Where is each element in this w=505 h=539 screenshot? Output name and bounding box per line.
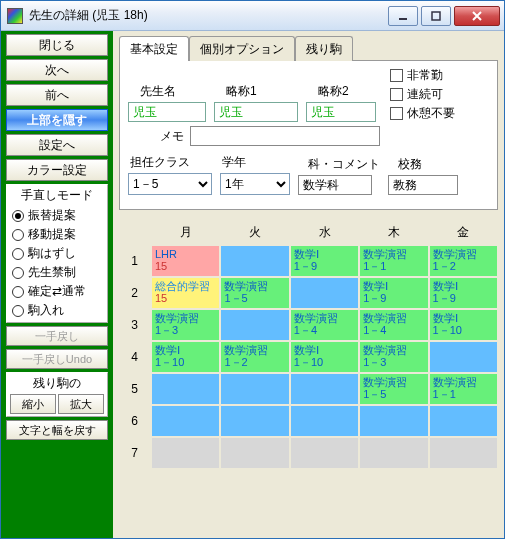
chk-continuous[interactable]: 連続可 — [390, 86, 455, 103]
duty-input[interactable] — [388, 175, 458, 195]
cell-7-3[interactable] — [291, 438, 358, 468]
minimize-button[interactable] — [388, 6, 418, 26]
day-header-row: 月火水木金 — [151, 220, 498, 245]
cell-2-1[interactable]: 総合的学習15 — [152, 278, 219, 308]
cell-5-2[interactable] — [221, 374, 288, 404]
day-header-1[interactable]: 火 — [220, 220, 289, 245]
name-input[interactable] — [128, 102, 206, 122]
sidebar-btn-0[interactable]: 閉じる — [6, 34, 108, 56]
cell-4-1[interactable]: 数学Ⅰ1－10 — [152, 342, 219, 372]
day-header-0[interactable]: 月 — [151, 220, 220, 245]
enlarge-button[interactable]: 拡大 — [58, 394, 104, 414]
cell-7-4[interactable] — [360, 438, 427, 468]
cell-5-4[interactable]: 数学演習1－5 — [360, 374, 427, 404]
cell-4-3[interactable]: 数学Ⅰ1－10 — [291, 342, 358, 372]
cell-1-5[interactable]: 数学演習1－2 — [430, 246, 497, 276]
cell-4-4[interactable]: 数学演習1－3 — [360, 342, 427, 372]
abbr1-input[interactable] — [214, 102, 298, 122]
day-header-4[interactable]: 金 — [429, 220, 498, 245]
undo1-button[interactable]: 一手戻し — [6, 326, 108, 346]
mode-option-1[interactable]: 移動提案 — [10, 225, 104, 244]
period-header-6: 6 — [119, 405, 151, 437]
cell-5-1[interactable] — [152, 374, 219, 404]
mode-option-3[interactable]: 先生禁制 — [10, 263, 104, 282]
class-select[interactable]: 1－5 — [128, 173, 212, 195]
tab-2[interactable]: 残り駒 — [295, 36, 353, 61]
cell-2-2[interactable]: 数学演習1－5 — [221, 278, 288, 308]
cell-3-1[interactable]: 数学演習1－3 — [152, 310, 219, 340]
cell-7-2[interactable] — [221, 438, 288, 468]
cell-2-4[interactable]: 数学Ⅰ1－9 — [360, 278, 427, 308]
duty-label: 校務 — [398, 156, 458, 173]
cell-3-2[interactable] — [221, 310, 288, 340]
sidebar-btn-3[interactable]: 上部を隠す — [6, 109, 108, 131]
undo2-button[interactable]: 一手戻しUndo — [6, 349, 108, 369]
cell-1-3[interactable]: 数学Ⅰ1－9 — [291, 246, 358, 276]
window-buttons — [388, 6, 500, 26]
cell-7-5[interactable] — [430, 438, 497, 468]
cell-3-5[interactable]: 数学Ⅰ1－10 — [430, 310, 497, 340]
chk-nobreak[interactable]: 休憩不要 — [390, 105, 455, 122]
radio-icon — [12, 210, 24, 222]
tab-1[interactable]: 個別オプション — [189, 36, 295, 61]
grade-select[interactable]: 1年 — [220, 173, 290, 195]
maximize-button[interactable] — [421, 6, 451, 26]
memo-label: メモ — [160, 128, 184, 145]
period-header-4: 4 — [119, 341, 151, 373]
grade-label: 学年 — [222, 154, 290, 171]
titlebar: 先生の詳細 (児玉 18h) — [1, 1, 504, 31]
abbr2-label: 略称2 — [318, 83, 376, 100]
radio-icon — [12, 248, 24, 260]
sidebar-btn-2[interactable]: 前へ — [6, 84, 108, 106]
close-button[interactable] — [454, 6, 500, 26]
cell-1-1[interactable]: LHR15 — [152, 246, 219, 276]
abbr2-input[interactable] — [306, 102, 376, 122]
cell-2-5[interactable]: 数学Ⅰ1－9 — [430, 278, 497, 308]
cell-6-4[interactable] — [360, 406, 427, 436]
mode-option-2[interactable]: 駒はずし — [10, 244, 104, 263]
shrink-button[interactable]: 縮小 — [10, 394, 56, 414]
day-header-2[interactable]: 水 — [290, 220, 359, 245]
sidebar-btn-5[interactable]: カラー設定 — [6, 159, 108, 181]
cell-4-2[interactable]: 数学演習1－2 — [221, 342, 288, 372]
cell-6-5[interactable] — [430, 406, 497, 436]
sidebar-btn-1[interactable]: 次へ — [6, 59, 108, 81]
checkbox-icon — [390, 107, 403, 120]
cell-6-1[interactable] — [152, 406, 219, 436]
period-header-1: 1 — [119, 245, 151, 277]
radio-icon — [12, 305, 24, 317]
radio-icon — [12, 286, 24, 298]
cell-1-4[interactable]: 数学演習1－1 — [360, 246, 427, 276]
period-header-3: 3 — [119, 309, 151, 341]
cell-2-3[interactable] — [291, 278, 358, 308]
cell-4-5[interactable] — [430, 342, 497, 372]
mode-title: 手直しモード — [10, 187, 104, 204]
radio-icon — [12, 229, 24, 241]
chk-parttime[interactable]: 非常勤 — [390, 67, 455, 84]
mode-option-0[interactable]: 振替提案 — [10, 206, 104, 225]
client-area: 閉じる次へ前へ上部を隠す設定へカラー設定手直しモード振替提案移動提案駒はずし先生… — [1, 31, 504, 538]
memo-input[interactable] — [190, 126, 380, 146]
cell-5-5[interactable]: 数学演習1－1 — [430, 374, 497, 404]
cell-7-1[interactable] — [152, 438, 219, 468]
name-label: 先生名 — [140, 83, 206, 100]
mode-option-5[interactable]: 駒入れ — [10, 301, 104, 320]
abbr1-label: 略称1 — [226, 83, 298, 100]
remain-panel: 残り駒の縮小拡大 — [6, 372, 108, 417]
sidebar-btn-4[interactable]: 設定へ — [6, 134, 108, 156]
subject-input[interactable] — [298, 175, 372, 195]
app-icon — [7, 8, 23, 24]
tab-0[interactable]: 基本設定 — [119, 36, 189, 61]
day-header-3[interactable]: 木 — [359, 220, 428, 245]
period-header-7: 7 — [119, 437, 151, 469]
period-header-5: 5 — [119, 373, 151, 405]
class-label: 担任クラス — [130, 154, 212, 171]
cell-6-3[interactable] — [291, 406, 358, 436]
mode-option-4[interactable]: 確定⇄通常 — [10, 282, 104, 301]
cell-3-4[interactable]: 数学演習1－4 — [360, 310, 427, 340]
reset-button[interactable]: 文字と幅を戻す — [6, 420, 108, 440]
cell-1-2[interactable] — [221, 246, 288, 276]
cell-6-2[interactable] — [221, 406, 288, 436]
cell-3-3[interactable]: 数学演習1－4 — [291, 310, 358, 340]
cell-5-3[interactable] — [291, 374, 358, 404]
